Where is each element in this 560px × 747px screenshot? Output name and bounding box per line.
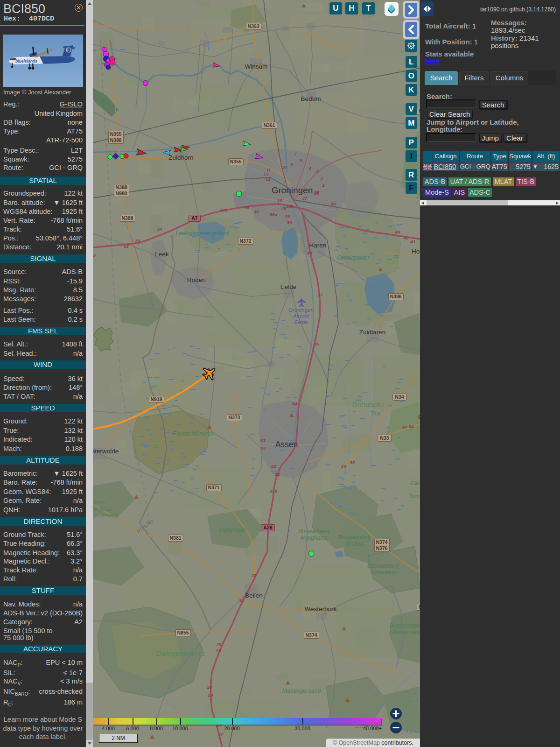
svg-text:30: 30 [239, 598, 244, 603]
svg-text:33: 33 [135, 238, 140, 243]
svg-text:38: 38 [314, 190, 319, 195]
svg-text:27: 27 [218, 732, 224, 737]
svg-text:6: 6 [300, 157, 302, 162]
svg-text:32: 32 [271, 464, 276, 469]
svg-text:35: 35 [314, 341, 319, 346]
svg-text:35: 35 [245, 205, 250, 210]
svg-text:Winsum: Winsum [245, 63, 268, 70]
svg-text:34: 34 [292, 401, 297, 406]
svg-text:Aa: Aa [371, 409, 380, 417]
svg-text:14: 14 [265, 177, 270, 182]
svg-text:Assen: Assen [275, 440, 298, 449]
svg-text:rents-: rents- [93, 499, 106, 506]
svg-text:32: 32 [93, 253, 97, 258]
svg-text:7: 7 [294, 151, 297, 156]
svg-text:Gasselter: Gasselter [411, 480, 420, 486]
svg-text:34: 34 [402, 424, 407, 430]
svg-text:osterwolde: osterwolde [93, 448, 119, 455]
svg-text:Boswachterij: Boswachterij [390, 622, 420, 629]
svg-text:33: 33 [124, 244, 129, 249]
svg-text:37: 37 [318, 292, 323, 297]
svg-text:Haren: Haren [309, 242, 327, 249]
svg-text:33: 33 [341, 464, 346, 469]
svg-text:Drentsche: Drentsche [352, 401, 384, 409]
svg-text:Hooge: Hooge [412, 248, 420, 255]
svg-text:29: 29 [216, 642, 222, 647]
svg-text:28: 28 [208, 692, 213, 698]
svg-text:Dwingelderveld: Dwingelderveld [156, 649, 204, 657]
svg-text:Leekstermeergebied: Leekstermeergebied [175, 230, 229, 237]
svg-text:se Wold: se Wold [93, 506, 112, 512]
svg-text:Onnerpolder: Onnerpolder [337, 254, 370, 261]
svg-text:gelderveld: gelderveld [93, 512, 118, 519]
svg-text:29: 29 [216, 648, 221, 653]
svg-text:36a: 36a [270, 212, 278, 217]
svg-text:Zuidhorn: Zuidhorn [168, 154, 193, 161]
svg-text:34a: 34a [220, 207, 228, 212]
svg-text:36b: 36b [286, 204, 294, 209]
svg-text:33: 33 [261, 445, 266, 451]
svg-text:Fochteloërveen: Fochteloërveen [173, 430, 215, 437]
svg-text:Fryslân: Fryslân [135, 518, 154, 535]
svg-text:Airport: Airport [293, 313, 309, 319]
svg-text:34: 34 [157, 226, 162, 232]
svg-text:Boswachterij: Boswachterij [338, 534, 370, 541]
svg-text:31: 31 [252, 572, 257, 578]
svg-text:34: 34 [409, 424, 414, 429]
svg-text:39: 39 [331, 201, 336, 206]
svg-text:8: 8 [290, 162, 293, 167]
svg-text:18: 18 [277, 198, 282, 203]
svg-text:10: 10 [282, 164, 287, 169]
svg-text:Beilen: Beilen [245, 592, 263, 599]
svg-text:Grolloo: Grolloo [345, 541, 364, 547]
svg-text:Hooghalen: Hooghalen [301, 535, 328, 541]
svg-text:Sleenerzand: Sleenerzand [390, 629, 420, 635]
svg-text:2: 2 [320, 177, 323, 182]
svg-text:Bedum: Bedum [301, 95, 321, 102]
svg-text:Drouwene: Drouwene [409, 493, 420, 500]
svg-text:13: 13 [264, 171, 269, 176]
svg-text:Schoonloo: Schoonloo [370, 569, 397, 576]
svg-text:33: 33 [260, 438, 266, 443]
svg-text:41: 41 [410, 239, 416, 244]
svg-text:Leek: Leek [155, 251, 169, 258]
svg-text:4: 4 [308, 166, 311, 171]
svg-text:3: 3 [316, 169, 319, 174]
svg-text:40: 40 [403, 235, 409, 240]
svg-text:32: 32 [275, 472, 280, 477]
svg-text:37: 37 [302, 196, 308, 201]
svg-text:40: 40 [395, 229, 400, 234]
svg-text:1: 1 [322, 183, 324, 188]
svg-text:blueislands: blueislands [15, 59, 37, 63]
svg-text:31a: 31a [270, 488, 278, 493]
svg-text:Mantingerzand: Mantingerzand [282, 688, 322, 694]
svg-text:Zuidlaren: Zuidlaren [359, 329, 385, 336]
svg-text:Groningen: Groningen [288, 307, 314, 313]
svg-text:35: 35 [254, 209, 259, 214]
svg-text:Groningen: Groningen [272, 185, 313, 195]
svg-text:39: 39 [285, 213, 290, 218]
svg-text:Boswachterij: Boswachterij [367, 563, 399, 569]
svg-text:Westerbork: Westerbork [305, 606, 337, 613]
svg-text:28: 28 [207, 684, 212, 690]
svg-text:Boswachterij: Boswachterij [298, 528, 330, 535]
svg-text:Hijkerveld: Hijkerveld [220, 527, 246, 533]
svg-text:33: 33 [350, 460, 355, 465]
svg-text:39: 39 [287, 220, 292, 225]
svg-text:Eelde: Eelde [280, 283, 297, 290]
svg-text:Roden: Roden [187, 276, 206, 283]
svg-text:38: 38 [307, 250, 312, 255]
svg-text:Eelde: Eelde [294, 319, 308, 325]
